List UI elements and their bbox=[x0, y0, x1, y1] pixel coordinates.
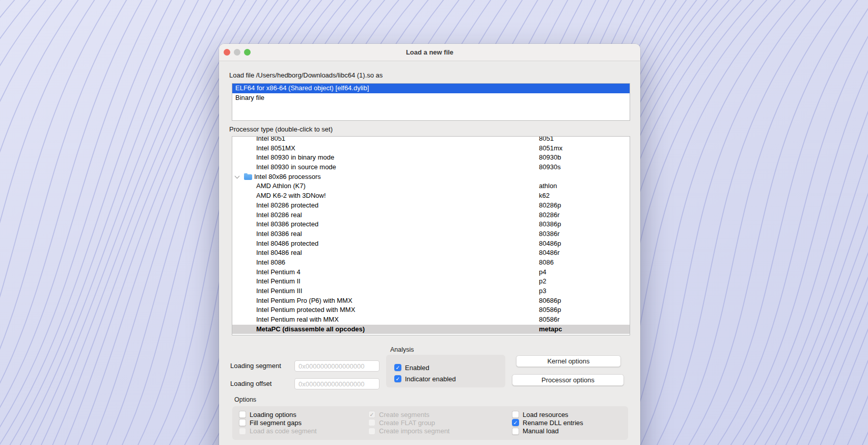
load-new-file-dialog: Load a new file Load file /Users/hedborg… bbox=[219, 44, 640, 445]
processor-name: Intel 80486 real bbox=[256, 248, 302, 258]
processor-short-name: p4 bbox=[539, 268, 546, 277]
processor-short-name: 80386p bbox=[539, 220, 561, 229]
processor-short-name: metapc bbox=[539, 325, 562, 334]
processor-row[interactable]: Intel 8051MX8051mx bbox=[232, 144, 630, 153]
processor-row[interactable]: Intel 80868086 bbox=[232, 258, 630, 268]
checkbox bbox=[368, 419, 375, 426]
folder-icon bbox=[244, 174, 252, 180]
processor-row[interactable]: Intel Pentium Pro (P6) with MMX80686p bbox=[232, 296, 630, 306]
processor-row[interactable]: AMD K6-2 with 3DNow!k62 bbox=[232, 191, 630, 201]
checkbox-label: Indicator enabled bbox=[405, 375, 456, 383]
processor-name: Intel Pentium 4 bbox=[256, 268, 301, 277]
processor-row[interactable]: Intel Pentium real with MMX80586r bbox=[232, 315, 630, 325]
processor-row[interactable]: Intel 80930 in source mode80930s bbox=[232, 163, 630, 172]
checkbox-label: Enabled bbox=[405, 364, 429, 372]
file-format-option[interactable]: Binary file bbox=[232, 93, 630, 103]
checkbox-label: Create segments bbox=[379, 411, 429, 418]
processor-name: Intel 80286 protected bbox=[256, 201, 318, 211]
file-format-option[interactable]: ELF64 for x86-64 (Shared object) [elf64.… bbox=[232, 84, 630, 93]
checkbox-option[interactable]: ✓Enabled bbox=[394, 362, 505, 373]
checkbox-option[interactable]: Fill segment gaps bbox=[239, 418, 317, 427]
checkbox bbox=[239, 428, 246, 435]
processor-short-name: 80486r bbox=[539, 248, 559, 258]
checkbox[interactable]: ✓ bbox=[512, 419, 519, 426]
processor-name: Intel 8086 bbox=[256, 258, 285, 268]
processor-group-row[interactable]: Intel 80x86 processors bbox=[232, 172, 630, 182]
processor-short-name: p2 bbox=[539, 277, 546, 286]
processor-row[interactable]: Intel 80286 protected80286p bbox=[232, 201, 630, 211]
processor-row[interactable]: Intel 80518051 bbox=[232, 136, 630, 144]
loading-offset-label: Loading offset bbox=[230, 380, 272, 387]
kernel-options-button[interactable]: Kernel options bbox=[516, 355, 621, 367]
checkbox-option[interactable]: Manual load bbox=[512, 427, 583, 435]
checkbox-label: Create imports segment bbox=[379, 427, 450, 435]
processor-row[interactable]: Intel Pentium protected with MMX80586p bbox=[232, 305, 630, 315]
checkbox-option[interactable]: ✓Rename DLL entries bbox=[512, 418, 583, 427]
processor-short-name: 80586r bbox=[539, 315, 559, 325]
processor-name: Intel Pentium III bbox=[256, 286, 302, 296]
processor-name: Intel 8051 bbox=[256, 136, 285, 144]
processor-short-name: 8086 bbox=[539, 258, 554, 268]
checkbox-option[interactable]: Loading options bbox=[239, 410, 317, 418]
loading-segment-label: Loading segment bbox=[230, 362, 281, 370]
processor-name: Intel 80486 protected bbox=[256, 239, 318, 249]
options-group-label: Options bbox=[234, 396, 256, 403]
chevron-down-icon[interactable] bbox=[235, 174, 240, 179]
processor-name: Intel Pentium real with MMX bbox=[256, 315, 339, 325]
processor-name: Intel Pentium Pro (P6) with MMX bbox=[256, 296, 352, 306]
processor-short-name: 80930b bbox=[539, 153, 561, 163]
load-file-label: Load file /Users/hedborg/Downloads/libc6… bbox=[229, 71, 383, 79]
checkbox-option[interactable]: ✓Indicator enabled bbox=[394, 373, 505, 384]
checkbox[interactable]: ✓ bbox=[394, 375, 401, 382]
processor-short-name: 80486p bbox=[539, 239, 561, 249]
checkbox[interactable]: ✓ bbox=[394, 364, 401, 371]
processor-row[interactable]: Intel Pentium IIIp3 bbox=[232, 286, 630, 296]
processor-name: Intel Pentium protected with MMX bbox=[256, 305, 355, 315]
processor-row[interactable]: Intel 80486 real80486r bbox=[232, 248, 630, 258]
processor-short-name: 80286r bbox=[539, 211, 559, 220]
loading-offset-input[interactable] bbox=[294, 378, 379, 389]
processor-short-name: 80930s bbox=[539, 163, 561, 172]
processor-row[interactable]: Intel 80486 protected80486p bbox=[232, 239, 630, 249]
processor-short-name: 80686p bbox=[539, 296, 561, 306]
checkbox-label: Load as code segment bbox=[250, 427, 317, 435]
checkbox[interactable] bbox=[512, 428, 519, 435]
checkbox bbox=[368, 428, 375, 435]
window-title: Load a new file bbox=[219, 44, 640, 61]
processor-row[interactable]: AMD Athlon (K7)athlon bbox=[232, 181, 630, 191]
options-group-box: Loading optionsFill segment gapsLoad as … bbox=[232, 406, 628, 440]
checkbox-option: Create FLAT group bbox=[368, 418, 450, 427]
processor-row[interactable]: Intel Pentium IIp2 bbox=[232, 277, 630, 286]
processor-name: Intel 80x86 processors bbox=[254, 172, 321, 182]
processor-name: AMD K6-2 with 3DNow! bbox=[256, 191, 326, 201]
processor-name: AMD Athlon (K7) bbox=[256, 181, 306, 191]
checkbox-label: Fill segment gaps bbox=[250, 419, 302, 427]
processor-row[interactable]: MetaPC (disassemble all opcodes)metapc bbox=[232, 325, 630, 334]
checkbox[interactable] bbox=[239, 411, 246, 418]
file-format-list[interactable]: ELF64 for x86-64 (Shared object) [elf64.… bbox=[232, 83, 630, 121]
processor-row[interactable]: Intel 80386 real80386r bbox=[232, 229, 630, 239]
checkbox[interactable] bbox=[512, 411, 519, 418]
processor-short-name: 8051mx bbox=[539, 144, 562, 153]
checkbox-label: Rename DLL entries bbox=[523, 419, 583, 427]
processor-name: Intel 80386 protected bbox=[256, 220, 318, 229]
checkbox-option: Create imports segment bbox=[368, 427, 450, 435]
checkbox-option[interactable]: Load resources bbox=[512, 410, 583, 418]
loading-segment-input[interactable] bbox=[294, 360, 379, 372]
processor-row[interactable]: Intel 80930 in binary mode80930b bbox=[232, 153, 630, 163]
processor-short-name: k62 bbox=[539, 191, 550, 201]
processor-options-button[interactable]: Processor options bbox=[512, 374, 624, 386]
checkbox-label: Create FLAT group bbox=[379, 419, 435, 427]
processor-row[interactable]: Intel 80286 real80286r bbox=[232, 211, 630, 220]
processor-short-name: 80386r bbox=[539, 229, 559, 239]
checkbox[interactable] bbox=[239, 419, 246, 426]
processor-name: MetaPC (disassemble all opcodes) bbox=[256, 325, 365, 334]
processor-row[interactable]: Intel Pentium 4p4 bbox=[232, 268, 630, 277]
title-bar[interactable]: Load a new file bbox=[219, 44, 640, 61]
checkbox-option: ✓Create segments bbox=[368, 410, 450, 418]
processor-name: Intel Pentium II bbox=[256, 277, 301, 286]
processor-short-name: athlon bbox=[539, 181, 557, 191]
processor-name: Intel 80930 in source mode bbox=[256, 163, 336, 172]
processor-row[interactable]: Intel 80386 protected80386p bbox=[232, 220, 630, 229]
processor-type-list[interactable]: Intel 80518051Intel 8051MX8051mxIntel 80… bbox=[232, 136, 630, 335]
